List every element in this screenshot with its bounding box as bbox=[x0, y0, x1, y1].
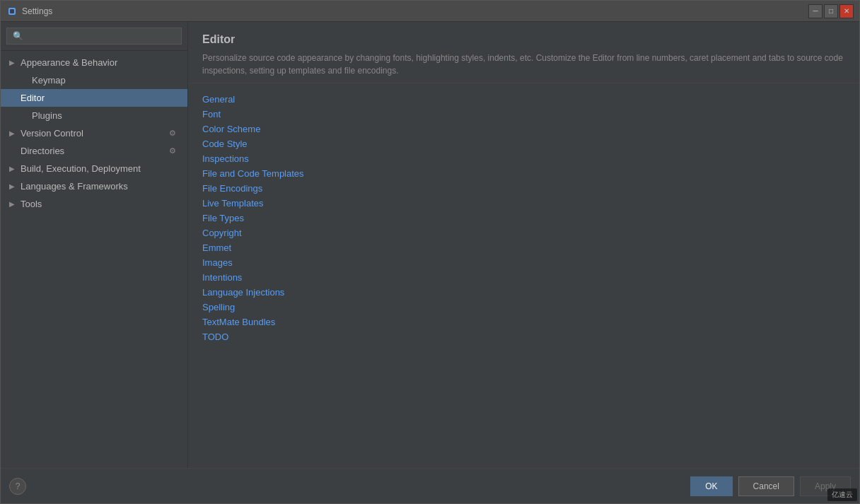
expand-arrow-icon: ▶ bbox=[9, 182, 18, 190]
help-button[interactable]: ? bbox=[9, 478, 26, 495]
editor-link[interactable]: TODO bbox=[202, 329, 845, 344]
sidebar-item-label: Directories bbox=[21, 146, 169, 156]
window-title: Settings bbox=[22, 6, 808, 16]
gear-icon: ⚙ bbox=[169, 129, 179, 139]
sidebar-item-plugins[interactable]: Plugins bbox=[1, 107, 187, 124]
sidebar-item-label: Tools bbox=[21, 199, 179, 209]
footer-left: ? bbox=[9, 478, 26, 495]
editor-link[interactable]: File Encodings bbox=[202, 181, 845, 196]
sidebar-item-version-control[interactable]: ▶ Version Control ⚙ bbox=[1, 124, 187, 142]
editor-link[interactable]: TextMate Bundles bbox=[202, 315, 845, 329]
ok-button[interactable]: OK bbox=[690, 476, 732, 496]
sidebar-item-label: Editor bbox=[21, 93, 179, 103]
app-icon bbox=[6, 6, 18, 17]
footer-right: OK Cancel Apply bbox=[690, 476, 851, 496]
sidebar: ▶ Appearance & Behavior Keymap Editor Pl… bbox=[1, 22, 188, 468]
editor-link[interactable]: Font bbox=[202, 107, 845, 122]
svg-rect-1 bbox=[10, 9, 14, 13]
sidebar-item-label: Appearance & Behavior bbox=[21, 57, 179, 68]
search-container bbox=[1, 22, 187, 51]
search-input[interactable] bbox=[6, 28, 182, 45]
expand-arrow-icon: ▶ bbox=[9, 129, 18, 137]
panel-content: GeneralFontColor SchemeCode StyleInspect… bbox=[188, 83, 859, 468]
sidebar-item-label: Plugins bbox=[32, 110, 179, 121]
right-panel: Editor Personalize source code appearanc… bbox=[188, 22, 859, 468]
editor-link[interactable]: Images bbox=[202, 255, 845, 270]
settings-window: Settings ─ □ ✕ ▶ Appearance & Behavior bbox=[0, 0, 860, 504]
editor-link[interactable]: Color Scheme bbox=[202, 122, 845, 136]
panel-header: Editor Personalize source code appearanc… bbox=[188, 22, 859, 83]
editor-link[interactable]: Copyright bbox=[202, 225, 845, 240]
sidebar-item-keymap[interactable]: Keymap bbox=[1, 71, 187, 89]
title-bar: Settings ─ □ ✕ bbox=[1, 1, 859, 22]
sidebar-item-label: Version Control bbox=[21, 128, 169, 139]
footer: ? OK Cancel Apply bbox=[1, 468, 859, 503]
editor-link[interactable]: Intentions bbox=[202, 270, 845, 285]
expand-arrow-icon: ▶ bbox=[9, 200, 18, 208]
editor-link[interactable]: Emmet bbox=[202, 240, 845, 255]
sidebar-item-editor[interactable]: Editor bbox=[1, 89, 187, 107]
sidebar-item-languages[interactable]: ▶ Languages & Frameworks bbox=[1, 177, 187, 195]
close-button[interactable]: ✕ bbox=[839, 4, 854, 18]
cancel-button[interactable]: Cancel bbox=[738, 476, 794, 496]
sidebar-item-label: Keymap bbox=[32, 75, 179, 86]
panel-description: Personalize source code appearance by ch… bbox=[202, 52, 845, 77]
sidebar-item-tools[interactable]: ▶ Tools bbox=[1, 195, 187, 213]
editor-link[interactable]: General bbox=[202, 92, 845, 107]
sidebar-item-appearance[interactable]: ▶ Appearance & Behavior bbox=[1, 54, 187, 71]
editor-link[interactable]: Code Style bbox=[202, 136, 845, 151]
editor-link[interactable]: Language Injections bbox=[202, 285, 845, 300]
nav-list: ▶ Appearance & Behavior Keymap Editor Pl… bbox=[1, 51, 187, 468]
editor-link[interactable]: Spelling bbox=[202, 300, 845, 315]
minimize-button[interactable]: ─ bbox=[808, 4, 823, 18]
sidebar-item-label: Build, Execution, Deployment bbox=[21, 163, 179, 174]
editor-link[interactable]: Live Templates bbox=[202, 196, 845, 211]
editor-link[interactable]: File and Code Templates bbox=[202, 166, 845, 181]
maximize-button[interactable]: □ bbox=[824, 4, 838, 18]
panel-title: Editor bbox=[202, 33, 845, 46]
editor-link[interactable]: File Types bbox=[202, 211, 845, 225]
gear-icon: ⚙ bbox=[169, 146, 179, 156]
window-controls: ─ □ ✕ bbox=[808, 4, 854, 18]
watermark: 亿速云 bbox=[827, 488, 857, 501]
expand-arrow-icon: ▶ bbox=[9, 165, 18, 172]
sidebar-item-build[interactable]: ▶ Build, Execution, Deployment bbox=[1, 160, 187, 177]
main-content: ▶ Appearance & Behavior Keymap Editor Pl… bbox=[1, 22, 859, 468]
editor-link[interactable]: Inspections bbox=[202, 151, 845, 166]
expand-arrow-icon: ▶ bbox=[9, 59, 18, 66]
sidebar-item-label: Languages & Frameworks bbox=[21, 181, 179, 192]
sidebar-item-directories[interactable]: Directories ⚙ bbox=[1, 142, 187, 160]
